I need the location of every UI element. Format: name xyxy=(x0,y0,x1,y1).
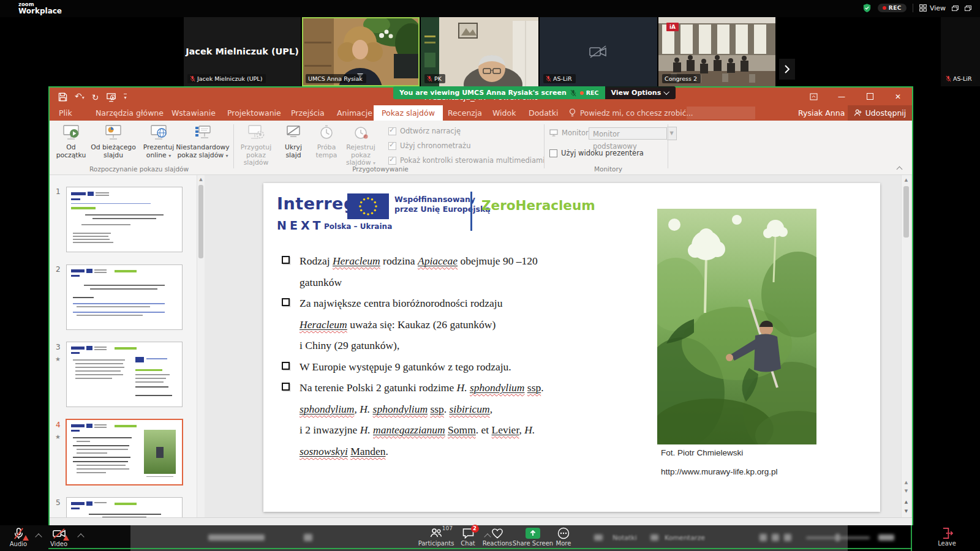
customize-qat-icon[interactable]: ▾ xyxy=(124,94,126,100)
slide-thumbnail-4-selected[interactable] xyxy=(66,419,183,485)
view-options-button[interactable]: View Options xyxy=(605,86,676,99)
from-current-slide-button[interactable]: Od bieżącego slajdu xyxy=(87,124,140,159)
chevron-right-icon xyxy=(784,64,790,74)
account-name[interactable]: Rysiak Anna xyxy=(798,105,845,121)
from-start-button[interactable]: Od początku xyxy=(53,124,89,159)
participant-tile-aslir[interactable]: AS-LiR xyxy=(540,17,657,86)
ribbon-tabs: Plik Narzędzia główne Wstawianie Projekt… xyxy=(50,105,912,121)
redo-icon[interactable]: ↻ xyxy=(92,91,99,104)
tab-animacje[interactable]: Animacje xyxy=(337,105,372,121)
previous-slide-button[interactable]: ▲ xyxy=(902,500,911,504)
present-online-button[interactable]: Prezentuj online ▾ xyxy=(140,124,178,160)
square-bullet-icon xyxy=(282,298,290,306)
group-label-setup: Przygotowywanie xyxy=(319,165,442,173)
undo-icon[interactable]: ↶▾ xyxy=(75,89,85,105)
slide-thumbnail-2[interactable] xyxy=(66,264,183,330)
monitor-dropdown[interactable]: Monitor podstawowy▼ xyxy=(589,127,677,140)
rehearse-timings-button[interactable]: Próba tempa xyxy=(312,124,341,159)
eu-cofinanced-text: Współfinansowany przez Unię Europejską xyxy=(394,195,491,214)
monitor-label: Monitor: xyxy=(562,129,590,137)
minimize-window-icon[interactable] xyxy=(952,6,959,11)
rehearse-clock-icon xyxy=(317,124,336,142)
security-shield-icon[interactable] xyxy=(862,3,872,13)
tab-wstawianie[interactable]: Wstawianie xyxy=(172,105,216,121)
next-participants-button[interactable] xyxy=(779,59,795,80)
current-slide[interactable]: Interreg Współfinansowany przez Unię Eur… xyxy=(263,183,880,512)
scroll-down-icon2[interactable]: ▼ xyxy=(902,489,911,493)
participant-tile-anna-active-speaker[interactable]: UMCS Anna Rysiak xyxy=(302,17,420,86)
restore-window-icon[interactable] xyxy=(965,6,971,11)
chat-button[interactable]: 2 Chat xyxy=(454,527,481,547)
slide-scrollbar[interactable]: ▲ ▲ ▼ ▲ ▼ xyxy=(901,175,911,517)
scroll-down-icon[interactable]: ▲ xyxy=(902,480,911,485)
record-slideshow-button[interactable]: Rejestruj pokaz slajdów ▾ xyxy=(339,124,383,168)
ribbon-display-options-icon[interactable] xyxy=(799,88,827,105)
close-button[interactable]: ✕ xyxy=(884,88,912,105)
audio-warning-icon xyxy=(23,535,29,541)
checkbox-checked-icon xyxy=(388,157,396,165)
tab-dodatki[interactable]: Dodatki xyxy=(529,105,558,121)
square-bullet-icon xyxy=(282,383,290,391)
participant-tile-jacek[interactable]: Jacek Mielniczuk (UPL) Jacek Mielniczuk … xyxy=(184,17,301,86)
share-document-button[interactable]: Udostępnij xyxy=(848,105,912,121)
interreg-logo: Interreg xyxy=(277,194,356,213)
tab-projektowanie[interactable]: Projektowanie xyxy=(227,105,281,121)
ia-watermark: iA xyxy=(666,23,679,31)
tab-pokaz-slajdow-active[interactable]: Pokaz slajdów xyxy=(374,105,443,121)
hide-slide-button[interactable]: Ukryj slajd xyxy=(278,124,309,159)
participant-tile-pk[interactable]: PK xyxy=(421,17,538,86)
tell-me-box[interactable]: Powiedz mi, co chcesz zrobić... xyxy=(569,107,693,119)
maximize-button[interactable] xyxy=(856,88,884,105)
heart-reaction-icon xyxy=(491,527,504,539)
next-slide-button[interactable]: ▼ xyxy=(902,509,911,514)
more-button[interactable]: More xyxy=(550,527,577,547)
blurred-comments-label: Komentarze xyxy=(665,534,705,542)
chat-unread-badge: 2 xyxy=(471,525,479,533)
use-timings-checkbox[interactable]: Użyj chronometrażu xyxy=(388,141,470,150)
custom-slideshow-button[interactable]: Niestandardowy pokaz slajdów ▾ xyxy=(175,124,231,160)
tab-plik[interactable]: Plik xyxy=(59,105,72,121)
slideshow-play-icon xyxy=(62,124,80,142)
video-strip: Jacek Mielniczuk (UPL) Jacek Mielniczuk … xyxy=(0,17,980,86)
participants-button[interactable]: 107 Participants xyxy=(417,527,456,547)
reactions-button[interactable]: Reactions xyxy=(479,527,516,547)
slide-thumbnail-5[interactable] xyxy=(66,497,183,517)
share-screen-button[interactable]: Share Screen xyxy=(511,527,555,547)
powerpoint-window: Prezentacja_AR - PowerPoint ↶▾ ↻ ▾ xyxy=(50,88,912,549)
tab-przejscia[interactable]: Przejścia xyxy=(291,105,325,121)
scroll-up-icon[interactable]: ▲ xyxy=(902,178,911,182)
minimize-button[interactable]: — xyxy=(827,88,856,105)
share-border-bottom xyxy=(48,548,912,549)
tab-recenzja[interactable]: Recenzja xyxy=(448,105,482,121)
tell-me-field[interactable] xyxy=(687,107,755,119)
participant-label: Jacek Mielniczuk (UPL) xyxy=(187,74,266,83)
slide-thumbnail-3[interactable] xyxy=(66,342,183,407)
tab-narzedzia-glowne[interactable]: Narzędzia główne xyxy=(96,105,164,121)
play-narration-checkbox[interactable]: Odtwórz narrację xyxy=(388,127,461,135)
use-presenter-view-checkbox[interactable]: Użyj widoku prezentera xyxy=(549,149,644,157)
animation-star-icon: ★ xyxy=(55,433,61,440)
participant-tile-aslir-2[interactable]: AS-LiR xyxy=(941,17,980,86)
viewing-banner-text: You are viewing UMCS Anna Rysiak's scree… xyxy=(393,86,605,99)
collapse-ribbon-icon[interactable] xyxy=(897,167,903,172)
view-button[interactable]: View xyxy=(919,4,946,12)
animation-star-icon: ★ xyxy=(55,356,61,362)
divider xyxy=(913,4,913,12)
participant-name-center: Jacek Mielniczuk (UPL) xyxy=(184,47,301,56)
video-button[interactable]: Video xyxy=(45,527,72,548)
save-icon[interactable] xyxy=(58,92,67,102)
monitor-icon xyxy=(549,129,558,137)
mic-muted-icon xyxy=(427,75,432,82)
leave-button[interactable]: Leave xyxy=(932,527,962,547)
video-warning-icon xyxy=(63,535,69,541)
show-media-controls-checkbox[interactable]: Pokaż kontrolki sterowania multimediami xyxy=(388,156,545,165)
setup-slideshow-button[interactable]: Przygotuj pokaz slajdów xyxy=(237,124,275,167)
slide-thumbnail-1[interactable] xyxy=(66,187,183,252)
audio-button[interactable]: Audio xyxy=(5,527,32,548)
start-slideshow-icon[interactable] xyxy=(106,92,116,102)
tab-widok[interactable]: Widok xyxy=(492,105,516,121)
project-name: ZeroHeracleum xyxy=(481,198,595,213)
zoom-toolbar: Notatki Komentarze Audio xyxy=(0,525,980,551)
participant-tile-congress[interactable]: iA Congress 2 xyxy=(658,17,775,86)
viewing-banner: You are viewing UMCS Anna Rysiak's scree… xyxy=(393,86,676,99)
